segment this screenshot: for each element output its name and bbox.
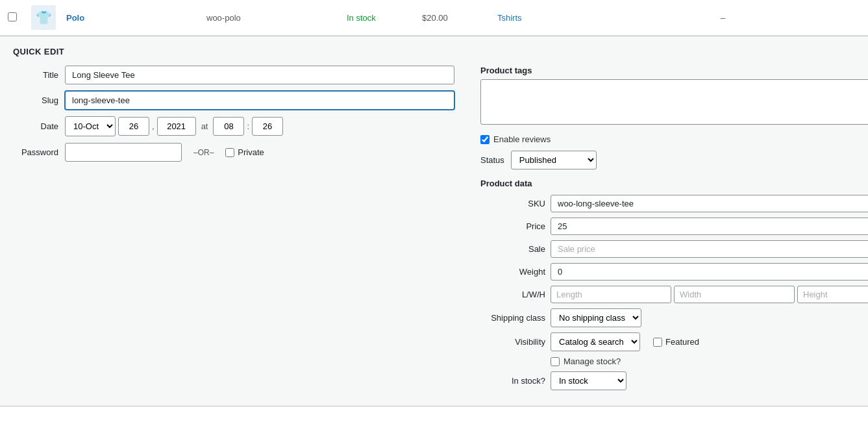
length-input[interactable] [551, 286, 671, 303]
date-row: Date 10-Oct , at : [13, 116, 454, 136]
private-checkbox[interactable] [225, 148, 234, 157]
lwh-row: L/W/H [480, 286, 868, 303]
product-tags: – [586, 13, 860, 23]
slug-row: Slug [13, 91, 454, 110]
price-row: Price [480, 218, 868, 235]
password-label: Password [13, 147, 58, 157]
date-year-input[interactable] [157, 117, 196, 136]
sale-input[interactable] [551, 240, 868, 258]
status-select[interactable]: Published Draft Pending Review Private [511, 151, 597, 169]
enable-reviews-checkbox[interactable] [480, 135, 490, 144]
product-price: $20.00 [422, 13, 487, 23]
visibility-label: Visibility [480, 337, 545, 347]
featured-label[interactable]: Featured [653, 337, 699, 347]
product-name[interactable]: Polo [66, 13, 196, 23]
visibility-row: Visibility Catalog & search Catalog Sear… [480, 332, 868, 351]
status-label: Status [480, 155, 504, 165]
shipping-class-select[interactable]: No shipping class [551, 308, 641, 327]
product-data-label: Product data [480, 179, 868, 188]
price-label: Price [480, 221, 545, 231]
product-tags-label: Product tags [480, 66, 868, 75]
product-checkbox[interactable] [8, 12, 21, 23]
instock-label: In stock? [480, 376, 545, 386]
featured-label-text: Featured [665, 337, 699, 347]
date-min-input[interactable] [252, 117, 283, 136]
title-row: Title [13, 66, 454, 84]
date-day-input[interactable] [118, 117, 149, 136]
date-hour-input[interactable] [213, 117, 244, 136]
date-inputs: 10-Oct , at : [65, 116, 454, 136]
visibility-select[interactable]: Catalog & search Catalog Search Hidden [551, 332, 640, 351]
product-select-checkbox[interactable] [8, 12, 17, 21]
price-input[interactable] [551, 218, 868, 235]
date-month-select[interactable]: 10-Oct [65, 116, 116, 136]
date-at-label: at [201, 121, 208, 131]
weight-label: Weight [480, 267, 545, 277]
lwh-inputs [551, 286, 868, 303]
enable-reviews-label: Enable reviews [493, 134, 551, 144]
manage-stock-row: Manage stock? [480, 356, 868, 366]
lwh-label: L/W/H [480, 290, 545, 299]
instock-select[interactable]: In stock Out of stock On backorder [551, 371, 626, 390]
manage-stock-checkbox[interactable] [551, 357, 560, 366]
or-label: –OR– [193, 148, 214, 157]
title-input[interactable] [65, 66, 454, 84]
status-row: Status Published Draft Pending Review Pr… [480, 151, 868, 169]
sku-input[interactable] [551, 195, 868, 212]
product-tags-textarea[interactable] [480, 79, 868, 125]
private-label[interactable]: Private [225, 147, 264, 157]
date-comma: , [152, 121, 155, 131]
instock-row: In stock? In stock Out of stock On backo… [480, 371, 868, 390]
width-input[interactable] [674, 286, 795, 303]
slug-label: Slug [13, 95, 58, 105]
quick-edit-body: Title Slug Date 10-Oct , at [13, 66, 855, 395]
product-row: 👕 Polo woo-polo In stock $20.00 Tshirts … [0, 0, 868, 36]
height-input[interactable] [797, 286, 868, 303]
sale-label: Sale [480, 244, 545, 254]
slug-input[interactable] [65, 91, 454, 110]
date-time-colon: : [247, 121, 249, 131]
product-slug: woo-polo [206, 13, 336, 23]
product-thumbnail: 👕 [31, 5, 56, 30]
weight-input[interactable] [551, 263, 868, 281]
shipping-class-row: Shipping class No shipping class [480, 308, 868, 327]
manage-stock-label: Manage stock? [564, 356, 621, 366]
product-stock: In stock [347, 13, 412, 23]
quick-edit-panel: QUICK EDIT Title Slug Date 10-Oct [0, 36, 868, 406]
password-input[interactable] [65, 143, 182, 162]
sku-row: SKU [480, 195, 868, 212]
date-label: Date [13, 121, 58, 131]
sku-label: SKU [480, 199, 545, 208]
password-row: Password –OR– Private [13, 143, 454, 162]
enable-reviews-row: Enable reviews [480, 134, 868, 144]
featured-checkbox[interactable] [653, 338, 662, 347]
sale-row: Sale [480, 240, 868, 258]
product-categories[interactable]: Tshirts [497, 13, 575, 23]
private-label-text: Private [238, 147, 264, 157]
quick-edit-right-col: Product tags Enable reviews Status Publi… [480, 66, 868, 395]
title-label: Title [13, 70, 58, 80]
shipping-class-label: Shipping class [480, 313, 545, 323]
quick-edit-left-col: Title Slug Date 10-Oct , at [13, 66, 454, 395]
quick-edit-title: QUICK EDIT [13, 47, 855, 56]
weight-row: Weight [480, 263, 868, 281]
